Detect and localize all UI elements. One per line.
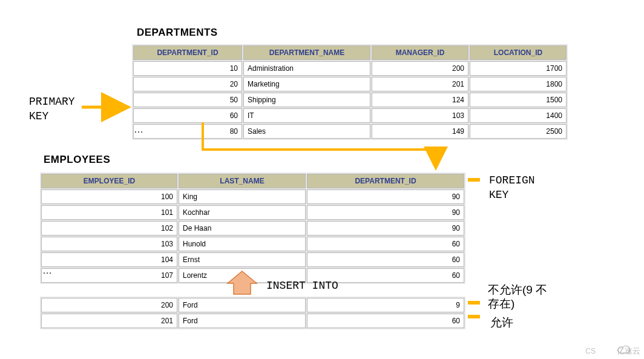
foreign-key-label: FOREIGN KEY [489, 173, 535, 203]
dept-header-loc: LOCATION_ID [470, 45, 567, 60]
table-row: 201Ford60 [41, 314, 464, 328]
primary-key-label: PRIMARY KEY [29, 94, 75, 124]
emp-header-id: EMPLOYEE_ID [41, 174, 177, 188]
table-row: 20Marketing2011800 [133, 77, 567, 91]
watermark-logo: 亿速云 [617, 346, 640, 357]
table-row: 103Hunold60 [41, 237, 464, 251]
insert-into-label: INSERT INTO [266, 278, 338, 293]
table-row: 50Shipping1241500 [133, 93, 567, 107]
allowed-label: 允许 [490, 316, 513, 330]
emp-header-dept: DEPARTMENT_ID [307, 174, 464, 188]
insert-table: 200Ford9201Ford60 [40, 297, 465, 329]
ellipsis-icon: … [134, 124, 143, 135]
arrow-primary-key [82, 101, 133, 113]
table-row: 104Ernst60 [41, 252, 464, 267]
table-row: 200Ford9 [41, 298, 464, 312]
dept-header-mgr: MANAGER_ID [372, 45, 468, 60]
not-allowed-label: 不允许(9 不 存在) [488, 283, 547, 311]
dept-header-name: DEPARTMENT_NAME [243, 45, 370, 60]
dash-icon [468, 178, 480, 182]
table-row: 102De Haan90 [41, 221, 464, 235]
arrow-insert-up-icon [225, 270, 259, 297]
dept-header-id: DEPARTMENT_ID [133, 45, 242, 60]
emp-header-name: LAST_NAME [179, 174, 306, 188]
table-row: 60IT1031400 [133, 108, 567, 123]
table-row: 100King90 [41, 189, 464, 204]
employees-table: EMPLOYEE_ID LAST_NAME DEPARTMENT_ID 100K… [40, 173, 465, 284]
dash-icon [468, 315, 480, 318]
corner-text: CS [585, 347, 596, 355]
dash-icon [468, 301, 480, 305]
arrow-pk-to-fk [197, 122, 451, 171]
table-row: 101Kochhar90 [41, 205, 464, 220]
employees-title: EMPLOYEES [44, 154, 110, 166]
ellipsis-icon: … [42, 265, 52, 276]
table-row: 10Administration2001700 [133, 61, 567, 76]
departments-title: DEPARTMENTS [137, 27, 218, 39]
